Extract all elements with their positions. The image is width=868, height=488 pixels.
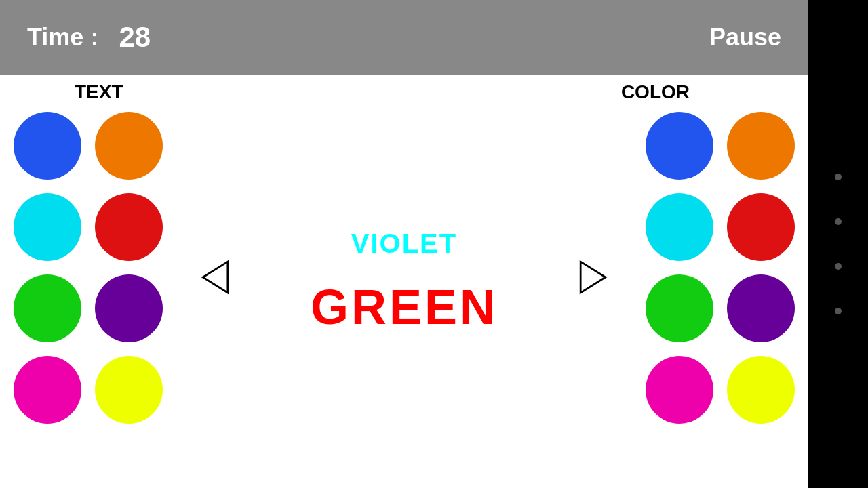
- left-arrow-icon: [197, 259, 234, 296]
- dot-4: [835, 308, 842, 314]
- left-circle-yellow[interactable]: [95, 356, 163, 424]
- timer-label: Time :: [27, 23, 98, 52]
- prev-arrow-button[interactable]: [197, 259, 234, 304]
- word-violet: VIOLET: [351, 228, 457, 259]
- main-content: TEXT COLOR VIOLET GREEN: [0, 75, 808, 488]
- right-circle-green[interactable]: [646, 274, 713, 342]
- next-arrow-button[interactable]: [574, 259, 612, 304]
- svg-marker-0: [580, 262, 606, 293]
- timer-section: Time : 28: [27, 21, 151, 54]
- dot-2: [835, 218, 842, 225]
- right-circle-blue[interactable]: [646, 112, 713, 180]
- left-circle-purple[interactable]: [95, 274, 163, 342]
- left-circle-cyan[interactable]: [14, 193, 81, 261]
- left-circle-orange[interactable]: [95, 112, 163, 180]
- left-circle-green[interactable]: [14, 274, 81, 342]
- app: Time : 28 Pause TEXT COLOR VIOLET GREEN: [0, 0, 808, 488]
- header: Time : 28 Pause: [0, 0, 808, 75]
- dot-3: [835, 263, 842, 270]
- dot-1: [835, 174, 842, 180]
- right-circle-purple[interactable]: [727, 274, 795, 342]
- left-circle-red[interactable]: [95, 193, 163, 261]
- word-green: GREEN: [311, 279, 498, 335]
- timer-value: 28: [119, 21, 151, 54]
- right-circle-cyan[interactable]: [646, 193, 713, 261]
- color-column-header: COLOR: [621, 81, 690, 103]
- svg-marker-1: [203, 262, 228, 293]
- left-circles-grid: [14, 112, 163, 424]
- center-area: VIOLET GREEN: [197, 75, 612, 488]
- left-circle-blue[interactable]: [14, 112, 81, 180]
- right-arrow-icon: [574, 259, 612, 296]
- right-circle-red[interactable]: [727, 193, 795, 261]
- right-circles-grid: [646, 112, 795, 424]
- sidebar-dots: [808, 0, 868, 488]
- pause-button[interactable]: Pause: [709, 23, 781, 52]
- right-circle-orange[interactable]: [727, 112, 795, 180]
- right-circle-yellow[interactable]: [727, 356, 795, 424]
- right-circle-magenta[interactable]: [646, 356, 713, 424]
- text-column-header: TEXT: [75, 81, 123, 103]
- left-circle-magenta[interactable]: [14, 356, 81, 424]
